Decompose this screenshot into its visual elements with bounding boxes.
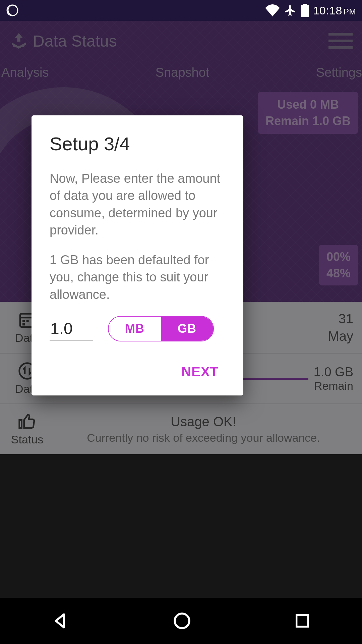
allowance-input[interactable]: [50, 317, 93, 340]
wifi-icon: [265, 4, 280, 16]
unit-mb-button[interactable]: MB: [109, 317, 161, 341]
airplane-icon: [284, 4, 297, 17]
unit-gb-button[interactable]: GB: [161, 317, 213, 341]
dialog-title: Setup 3/4: [50, 133, 225, 155]
svg-rect-10: [297, 615, 308, 627]
unit-toggle: MB GB: [108, 316, 214, 341]
setup-dialog: Setup 3/4 Now, Please enter the amount o…: [32, 115, 243, 395]
moon-icon: [6, 4, 19, 17]
recents-icon[interactable]: [294, 612, 311, 630]
svg-rect-2: [303, 4, 307, 6]
battery-icon: [301, 4, 309, 17]
back-icon[interactable]: [51, 611, 70, 631]
next-button[interactable]: NEXT: [175, 360, 225, 384]
android-status-bar: 10:18PM: [0, 0, 362, 21]
svg-point-9: [175, 613, 189, 628]
screen: 10:18PM Data Status Analysis Snapshot Se…: [0, 0, 362, 644]
svg-point-0: [7, 5, 18, 16]
dialog-paragraph-2: 1 GB has been defaulted for you, change …: [50, 252, 225, 303]
home-icon[interactable]: [172, 611, 192, 631]
dialog-paragraph-1: Now, Please enter the amount of data you…: [50, 170, 225, 239]
status-time: 10:18PM: [313, 4, 356, 17]
android-nav-bar: [0, 598, 362, 644]
svg-rect-1: [301, 5, 309, 17]
